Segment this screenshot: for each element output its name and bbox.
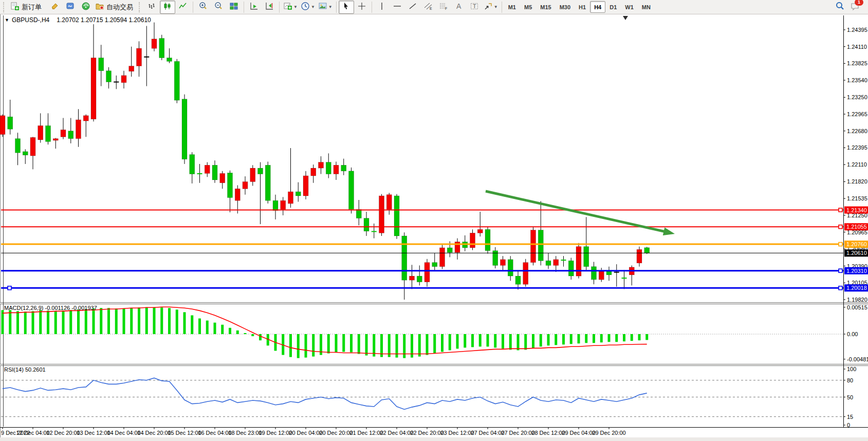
trendline-icon: [408, 2, 417, 13]
toolbar: 新订单 自动交易 ▼ ▼: [0, 0, 868, 14]
svg-text:T: T: [473, 3, 476, 9]
mt4-window: { "toolbar": { "new_order_label": "新订单",…: [0, 0, 868, 441]
line-chart-button[interactable]: [175, 1, 191, 14]
svg-text:20 Dec 04:00: 20 Dec 04:00: [289, 430, 322, 436]
svg-text:23 Dec 12:00: 23 Dec 12:00: [440, 430, 474, 436]
svg-text:1.22965: 1.22965: [847, 111, 867, 117]
candlestick-chart-button[interactable]: [160, 1, 175, 14]
horizontal-line-tool-button[interactable]: [390, 1, 405, 14]
timeframe-mn-button[interactable]: MN: [638, 1, 655, 13]
svg-text:19 Dec 12:00: 19 Dec 12:00: [258, 430, 292, 436]
svg-text:100: 100: [847, 366, 856, 372]
signals-icon: [81, 2, 90, 13]
svg-text:22 Dec 04:00: 22 Dec 04:00: [380, 430, 413, 436]
auto-scroll-button[interactable]: [246, 1, 262, 14]
svg-text:15 Dec 12:00: 15 Dec 12:00: [168, 430, 201, 436]
chart-shift-icon: [265, 2, 274, 13]
periods-button[interactable]: ▼: [299, 1, 317, 14]
toolbar-grip[interactable]: [139, 2, 142, 12]
autotrading-label: 自动交易: [106, 3, 133, 12]
trendline-tool-button[interactable]: [405, 1, 420, 14]
svg-text:12 Dec 04:00: 12 Dec 04:00: [16, 430, 49, 436]
toolbar-separator: [372, 2, 372, 13]
notification-badge: 1: [855, 0, 863, 6]
text-label-icon: T: [470, 2, 479, 13]
tile-windows-button[interactable]: [226, 1, 242, 14]
metaeditor-icon: [66, 2, 75, 13]
fibonacci-tool-button[interactable]: F: [436, 1, 451, 14]
svg-text:0.00515: 0.00515: [847, 304, 867, 310]
svg-text:1.24395: 1.24395: [847, 27, 867, 33]
svg-text:27 Dec 04:00: 27 Dec 04:00: [471, 430, 504, 436]
svg-text:13 Dec 12:00: 13 Dec 12:00: [77, 430, 110, 436]
toolbar-separator: [244, 2, 244, 13]
timeframe-m1-button[interactable]: M1: [504, 1, 520, 13]
svg-text:1.21820: 1.21820: [847, 178, 867, 185]
cursor-tool-button[interactable]: [339, 1, 354, 14]
notifications-button[interactable]: 1: [847, 1, 863, 14]
chart-shift-button[interactable]: [262, 1, 277, 14]
svg-text:1.20610: 1.20610: [846, 250, 867, 256]
new-chart-icon: [283, 2, 292, 13]
svg-text:14 Dec 04:00: 14 Dec 04:00: [107, 430, 140, 436]
cursor-icon: [342, 2, 351, 13]
signals-button[interactable]: [78, 1, 94, 14]
timeframe-w1-button[interactable]: W1: [621, 1, 638, 13]
svg-text:29 Dec 20:00: 29 Dec 20:00: [592, 430, 625, 436]
layouts-button[interactable]: [47, 1, 63, 14]
metaeditor-button[interactable]: [63, 1, 78, 14]
timeframe-h4-button[interactable]: H4: [590, 1, 605, 13]
toolbar-grip[interactable]: [3, 2, 7, 12]
chevron-down-icon: ▼: [311, 5, 315, 9]
timeframe-m15-button[interactable]: M15: [536, 1, 555, 13]
toolbar-separator: [193, 2, 193, 13]
new-order-label: 新订单: [22, 3, 42, 12]
search-button[interactable]: [832, 1, 847, 14]
svg-text:16 Dec 04:00: 16 Dec 04:00: [198, 430, 231, 436]
chat-bubble-icon: 1: [850, 1, 860, 13]
new-order-button[interactable]: 新订单: [9, 1, 43, 14]
svg-text:1.23825: 1.23825: [847, 60, 867, 66]
new-order-icon: [10, 2, 20, 13]
svg-text:22 Dec 20:00: 22 Dec 20:00: [410, 430, 444, 436]
autotrading-button[interactable]: 自动交易: [94, 1, 135, 14]
toolbar-separator: [336, 2, 337, 13]
svg-text:28 Dec 12:00: 28 Dec 12:00: [531, 430, 565, 436]
new-chart-button[interactable]: ▼: [282, 1, 299, 14]
svg-text:1.20760: 1.20760: [846, 241, 867, 247]
templates-button[interactable]: ▼: [317, 1, 334, 14]
svg-text:E: E: [430, 7, 432, 10]
crosshair-icon: [357, 2, 366, 13]
text-tool-button[interactable]: A: [451, 1, 467, 14]
vertical-line-icon: [377, 2, 386, 13]
timeframe-d1-button[interactable]: D1: [605, 1, 621, 13]
pane-divider[interactable]: [0, 302, 868, 304]
svg-text:-0.004811: -0.004811: [847, 356, 868, 362]
text-label-tool-button[interactable]: T: [467, 1, 482, 14]
vertical-line-tool-button[interactable]: [374, 1, 390, 14]
svg-text:1.21340: 1.21340: [846, 207, 867, 213]
pane-divider[interactable]: [0, 364, 868, 366]
timeframe-h1-button[interactable]: H1: [575, 1, 590, 13]
layouts-icon: [50, 2, 60, 13]
chart-canvas[interactable]: 1.243951.241101.238251.235401.232501.229…: [0, 0, 868, 441]
arrows-tool-button[interactable]: ▼: [482, 1, 500, 14]
bar-chart-button[interactable]: [144, 1, 160, 14]
timeframe-toolbar: M1M5M15M30H1H4D1W1MN: [504, 1, 655, 13]
autotrading-icon: [95, 2, 104, 13]
search-icon: [835, 1, 845, 13]
crosshair-tool-button[interactable]: [354, 1, 370, 14]
svg-text:1.24110: 1.24110: [847, 44, 867, 50]
svg-text:80: 80: [847, 377, 853, 383]
zoom-in-button[interactable]: [195, 1, 211, 14]
timeframe-m5-button[interactable]: M5: [520, 1, 536, 13]
zoom-out-button[interactable]: [211, 1, 226, 14]
timeframe-m30-button[interactable]: M30: [556, 1, 575, 13]
equidistant-channel-tool-button[interactable]: E: [420, 1, 436, 14]
arrows-tool-icon: [484, 2, 493, 13]
svg-text:20 Dec 20:00: 20 Dec 20:00: [319, 430, 353, 436]
svg-text:1.23250: 1.23250: [847, 94, 867, 100]
svg-text:1.22680: 1.22680: [847, 128, 867, 134]
svg-text:1.22110: 1.22110: [847, 161, 867, 168]
svg-text:0.00: 0.00: [847, 331, 858, 337]
